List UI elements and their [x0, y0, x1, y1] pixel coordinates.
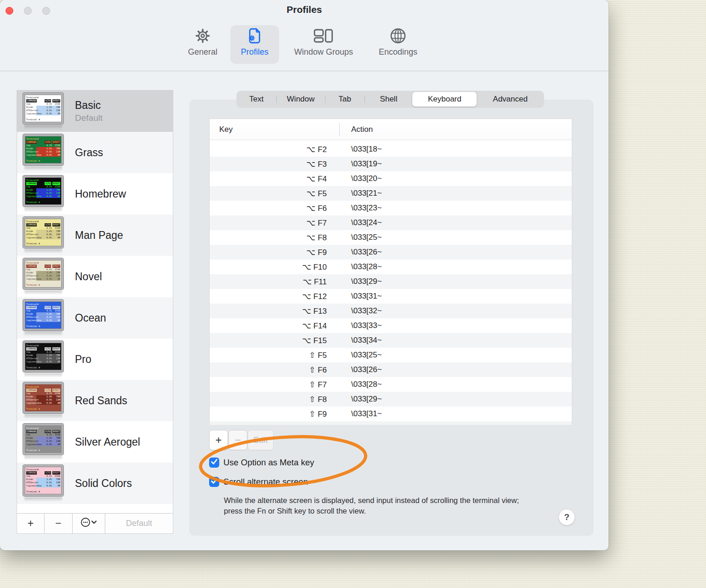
- thumb-prompt: Terminal #: [26, 449, 60, 452]
- binding-key: ⌥ F11: [210, 277, 339, 287]
- use-option-as-meta-checkbox-row: Use Option as Meta key: [209, 458, 314, 468]
- key-bindings-body: ⌥ F2 \033[18~ ⌥ F3 \033[19~ ⌥ F4 \033[20…: [210, 140, 572, 421]
- key-binding-row[interactable]: ⌥ F12 \033[31~: [210, 289, 572, 304]
- key-binding-row[interactable]: ⌥ F7 \033[24~: [210, 215, 572, 230]
- toolbar-label: Encodings: [379, 47, 417, 57]
- terminal-preview: Terminal# COMMAND %CPU RPRVT top4.1%231K…: [23, 465, 63, 496]
- sidebar-footer: + − Default: [17, 513, 173, 533]
- binding-key: ⇧ F5: [210, 351, 339, 360]
- profile-actions-menu-button[interactable]: [73, 514, 105, 533]
- key-binding-row[interactable]: ⌥ F5 \033[21~: [210, 186, 572, 201]
- key-binding-row[interactable]: ⇧ F5 \033[25~: [210, 348, 572, 362]
- thumb-prompt: Terminal #: [26, 118, 60, 121]
- add-profile-button[interactable]: +: [17, 514, 45, 533]
- toolbar-item-general[interactable]: General: [182, 25, 223, 64]
- column-header-action[interactable]: Action: [339, 125, 373, 134]
- key-binding-row[interactable]: ⌥ F10 \033[28~: [210, 260, 572, 274]
- terminal-preview: Terminal# COMMAND %CPU RPRVT top4.1%231K…: [23, 300, 63, 331]
- profile-list-item[interactable]: Terminal# COMMAND %CPU RPRVT top4.1%231K…: [17, 256, 173, 297]
- terminal-preview: Terminal# COMMAND %CPU RPRVT top4.1%231K…: [23, 175, 63, 207]
- thumb-process-row: loginwindow0.0%4M: [26, 401, 60, 405]
- toolbar-label: General: [188, 47, 217, 57]
- thumb-header: COMMAND %CPU RPRVT: [26, 141, 60, 144]
- use-option-as-meta-checkbox[interactable]: [209, 458, 219, 468]
- tab-keyboard[interactable]: Keyboard: [412, 92, 477, 107]
- thumb-process-row: ATSServer0.0%13M: [26, 274, 60, 277]
- binding-key: ⌥ F7: [210, 218, 339, 228]
- remove-profile-button[interactable]: −: [45, 514, 73, 533]
- binding-action: \033[34~: [339, 336, 382, 345]
- edit-binding-button[interactable]: Edit: [248, 430, 273, 450]
- globe-icon: [389, 25, 407, 46]
- toolbar-item-profiles[interactable]: Profiles: [230, 25, 279, 64]
- scroll-alternate-screen-checkbox[interactable]: [209, 477, 219, 487]
- binding-action: \033[31~: [339, 292, 382, 301]
- checkbox-label[interactable]: Scroll alternate screen: [223, 477, 308, 487]
- tab-advanced[interactable]: Advanced: [477, 91, 544, 107]
- binding-action: \033[28~: [339, 262, 382, 271]
- profile-thumbnail: Terminal# COMMAND %CPU RPRVT top4.1%231K…: [23, 134, 67, 171]
- profile-list-item[interactable]: Terminal# COMMAND %CPU RPRVT top4.1%231K…: [17, 339, 173, 380]
- tab-window[interactable]: Window: [277, 91, 325, 107]
- thumb-process-row: top4.1%231K: [26, 226, 60, 230]
- toolbar-label: Profiles: [241, 47, 268, 57]
- thumb-process-row: Xcode1.4%78M: [26, 271, 60, 274]
- profile-name: Basic: [75, 99, 102, 112]
- binding-action: \033[31~: [339, 409, 382, 418]
- thumb-process-row: Xcode1.4%78M: [26, 230, 60, 233]
- profile-list-item[interactable]: Terminal# COMMAND %CPU RPRVT top4.1%231K…: [17, 380, 173, 421]
- thumb-process-row: Xcode1.4%78M: [26, 436, 60, 440]
- profile-list-item[interactable]: Terminal# COMMAND %CPU RPRVT top4.1%231K…: [17, 90, 173, 132]
- profile-thumbnail: Terminal# COMMAND %CPU RPRVT top4.1%231K…: [23, 175, 67, 213]
- help-button[interactable]: ?: [558, 509, 575, 526]
- key-binding-row[interactable]: ⇧ F9 \033[31~: [210, 407, 572, 421]
- toolbar-item-encodings[interactable]: Encodings: [370, 25, 427, 64]
- profile-list-item[interactable]: Terminal# COMMAND %CPU RPRVT top4.1%231K…: [17, 297, 173, 339]
- key-binding-row[interactable]: ⌥ F14 \033[33~: [210, 318, 572, 333]
- thumb-header: COMMAND %CPU RPRVT: [26, 99, 60, 102]
- toolbar-item-window-groups[interactable]: Window Groups: [283, 25, 364, 64]
- profile-name: Man Page: [75, 229, 123, 242]
- key-binding-row[interactable]: ⌥ F3 \033[19~: [210, 157, 572, 171]
- key-bindings-table: Key Action ⌥ F2 \033[18~ ⌥ F3 \033[19~ ⌥…: [209, 119, 572, 424]
- tab-text[interactable]: Text: [237, 91, 276, 107]
- key-binding-row[interactable]: ⌥ F4 \033[20~: [210, 171, 572, 186]
- thumb-prompt: Terminal #: [26, 407, 60, 411]
- key-binding-row[interactable]: ⇧ F7 \033[28~: [210, 377, 572, 392]
- tab-shell[interactable]: Shell: [365, 91, 413, 107]
- remove-binding-button[interactable]: −: [228, 430, 247, 450]
- column-header-key[interactable]: Key: [210, 125, 339, 134]
- key-binding-row[interactable]: ⌥ F2 \033[18~: [210, 142, 572, 157]
- thumb-process-row: ATSServer0.0%13M: [26, 150, 60, 153]
- thumb-title: Terminal#: [26, 344, 60, 347]
- binding-key: ⌥ F15: [210, 336, 339, 345]
- preferences-window: Profiles General: [0, 0, 609, 550]
- terminal-preview: Terminal# COMMAND %CPU RPRVT top4.1%231K…: [23, 341, 63, 372]
- terminal-preview: Terminal# COMMAND %CPU RPRVT top4.1%231K…: [23, 217, 63, 248]
- tab-tab[interactable]: Tab: [325, 91, 364, 107]
- key-binding-row[interactable]: ⌥ F6 \033[23~: [210, 201, 572, 215]
- profile-list-item[interactable]: Terminal# COMMAND %CPU RPRVT top4.1%231K…: [17, 132, 173, 173]
- profile-list-item[interactable]: Terminal# COMMAND %CPU RPRVT top4.1%231K…: [17, 421, 173, 463]
- key-binding-row[interactable]: ⇧ F8 \033[29~: [210, 392, 572, 407]
- thumb-header: COMMAND %CPU RPRVT: [26, 430, 60, 433]
- key-binding-row[interactable]: ⌥ F13 \033[32~: [210, 304, 572, 318]
- profile-list-item[interactable]: Terminal# COMMAND %CPU RPRVT top4.1%231K…: [17, 463, 173, 504]
- key-binding-row[interactable]: ⇧ F6 \033[26~: [210, 362, 572, 377]
- key-binding-row[interactable]: ⌥ F9 \033[26~: [210, 245, 572, 260]
- profile-list-item[interactable]: Terminal# COMMAND %CPU RPRVT top4.1%231K…: [17, 215, 173, 256]
- profile-list-item[interactable]: Terminal# COMMAND %CPU RPRVT top4.1%231K…: [17, 173, 173, 215]
- thumb-prompt: Terminal #: [26, 490, 60, 493]
- key-binding-row[interactable]: ⌥ F15 \033[34~: [210, 333, 572, 348]
- add-binding-button[interactable]: +: [209, 430, 228, 450]
- profile-name: Novel: [75, 271, 102, 283]
- binding-action: \033[25~: [339, 233, 382, 242]
- checkbox-label[interactable]: Use Option as Meta key: [223, 458, 314, 468]
- binding-key: ⇧ F9: [210, 409, 339, 419]
- column-divider[interactable]: [339, 123, 340, 136]
- set-default-button[interactable]: Default: [105, 514, 173, 533]
- binding-action: \033[29~: [339, 277, 382, 286]
- key-binding-row[interactable]: ⌥ F8 \033[25~: [210, 230, 572, 245]
- profile-subtitle: Default: [75, 113, 102, 123]
- key-binding-row[interactable]: ⌥ F11 \033[29~: [210, 274, 572, 289]
